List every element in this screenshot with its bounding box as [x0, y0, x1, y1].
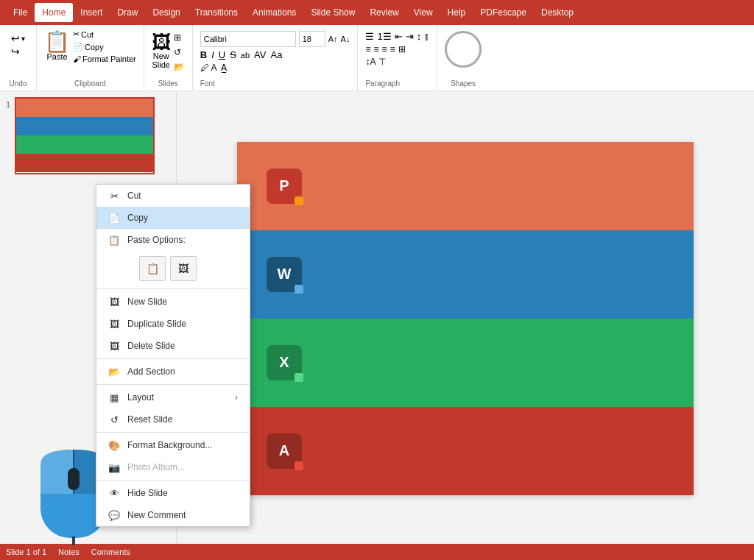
- svg-rect-2: [68, 468, 80, 490]
- ctx-sep-1: [96, 288, 250, 289]
- menu-slideshow[interactable]: Slide Show: [303, 3, 362, 22]
- slide-number: 1: [6, 97, 10, 109]
- word-icon: W: [267, 257, 302, 292]
- ctx-photo-album: 📷 Photo Album...: [96, 456, 250, 478]
- layout-btn[interactable]: ⊞: [174, 32, 185, 43]
- ctx-new-slide-label: New Slide: [127, 297, 167, 307]
- paste-keep-source-btn[interactable]: 📋: [139, 256, 166, 281]
- menu-desktop[interactable]: Desktop: [534, 3, 581, 22]
- font-section: A↑ A↓ B I U S ab AV Aa 🖊 A A̲ Font: [193, 25, 359, 91]
- copy-icon: 📄: [108, 212, 120, 224]
- ctx-delete-slide[interactable]: 🖼 Delete Slide: [96, 335, 250, 357]
- format-painter-btn[interactable]: 🖌Format Painter: [73, 54, 136, 63]
- menu-insert[interactable]: Insert: [73, 3, 110, 22]
- menu-design[interactable]: Design: [145, 3, 187, 22]
- paste-options-buttons: 📋 🖼: [108, 253, 208, 286]
- comments-btn[interactable]: Comments: [91, 547, 130, 556]
- justify-btn[interactable]: ≡: [390, 44, 395, 54]
- menu-home[interactable]: Home: [35, 3, 73, 22]
- bullets-btn[interactable]: ☰: [365, 31, 374, 42]
- ctx-sep-3: [96, 384, 250, 385]
- ctx-reset-label: Reset Slide: [127, 414, 172, 425]
- align-right-btn[interactable]: ≡: [381, 44, 387, 54]
- bold-btn[interactable]: B: [200, 49, 207, 60]
- redo-btn[interactable]: ↪: [11, 46, 25, 57]
- paste-picture-btn[interactable]: 🖼: [170, 256, 197, 281]
- cut-icon: ✂: [108, 190, 120, 202]
- ctx-paste-options: 📋 Paste Options: 📋 🖼: [96, 229, 250, 287]
- copy-btn[interactable]: 📄Copy: [73, 42, 136, 52]
- ctx-layout-label: Layout: [127, 392, 154, 403]
- section-btn[interactable]: 📂: [174, 62, 185, 72]
- notes-btn[interactable]: Notes: [58, 547, 80, 556]
- italic-btn[interactable]: I: [211, 49, 214, 60]
- indent-more-btn[interactable]: ⇥: [406, 31, 414, 42]
- menu-draw[interactable]: Draw: [110, 3, 145, 22]
- menu-review[interactable]: Review: [362, 3, 406, 22]
- reset-icon: ↺: [108, 414, 120, 425]
- slide-row-1: 1: [6, 97, 170, 174]
- ctx-duplicate-slide[interactable]: 🖼 Duplicate Slide: [96, 313, 250, 335]
- reset-btn[interactable]: ↺: [174, 47, 185, 57]
- undo-btn[interactable]: ↩▾: [11, 32, 25, 44]
- shapes-label: Shapes: [451, 79, 476, 91]
- font-size-input[interactable]: [299, 31, 325, 47]
- slide-thumbnail[interactable]: [15, 97, 155, 174]
- format-bg-icon: 🎨: [108, 439, 120, 451]
- align-left-btn[interactable]: ≡: [365, 44, 370, 54]
- photo-icon: 📷: [108, 461, 120, 473]
- ctx-new-slide[interactable]: 🖼 New Slide: [96, 291, 250, 313]
- numbering-btn[interactable]: 1☰: [377, 31, 391, 42]
- menu-file[interactable]: File: [6, 3, 35, 22]
- ctx-cut[interactable]: ✂ Cut: [96, 185, 250, 207]
- font-shrink-btn[interactable]: A↓: [341, 35, 350, 43]
- char-spacing-btn[interactable]: AV: [254, 49, 266, 60]
- text-align-btn[interactable]: ⊤: [378, 57, 386, 67]
- new-slide-btn[interactable]: 🖼 NewSlide: [152, 32, 171, 69]
- ctx-hide-slide[interactable]: 👁 Hide Slide: [96, 482, 250, 504]
- font-color-btn[interactable]: A̲: [221, 63, 227, 73]
- font-grow-btn[interactable]: A↑: [328, 35, 338, 43]
- ctx-paste-label: Paste Options:: [127, 235, 186, 245]
- line-spacing-btn[interactable]: ↕: [417, 31, 422, 42]
- menu-help[interactable]: Help: [440, 3, 473, 22]
- align-center-btn[interactable]: ≡: [373, 44, 378, 54]
- ctx-sep-2: [96, 358, 250, 359]
- thumb-stripe-4: [16, 154, 153, 172]
- paste-btn[interactable]: 📋 Paste: [44, 32, 70, 61]
- shadow-btn[interactable]: ab: [241, 51, 250, 60]
- ribbon-undo-section: ↩▾ ↪ Undo: [0, 25, 37, 91]
- ctx-new-comment[interactable]: 💬 New Comment: [96, 504, 250, 526]
- shapes-btn[interactable]: [445, 31, 482, 68]
- clipboard-section: 📋 Paste ✂Cut 📄Copy 🖌Format Painter Clipb…: [37, 25, 144, 91]
- menu-view[interactable]: View: [406, 3, 440, 22]
- underline-btn[interactable]: U: [219, 49, 225, 60]
- columns-btn[interactable]: ⫿: [424, 31, 429, 42]
- undo-label: Undo: [10, 79, 27, 91]
- ctx-reset-slide[interactable]: ↺ Reset Slide: [96, 408, 250, 430]
- clipboard-label: Clipboard: [74, 79, 106, 91]
- status-bar: Slide 1 of 1 Notes Comments: [0, 544, 754, 560]
- undo-redo-group: ↩▾ ↪: [11, 32, 25, 57]
- highlight-btn[interactable]: 🖊 A: [200, 63, 217, 73]
- strikethrough-btn[interactable]: S: [230, 49, 236, 60]
- menu-transitions[interactable]: Transitions: [188, 3, 245, 22]
- layout-icon: ▦: [108, 391, 120, 403]
- section-icon: 📂: [108, 366, 120, 378]
- indent-less-btn[interactable]: ⇤: [395, 31, 403, 42]
- menu-animations[interactable]: Animations: [245, 3, 303, 22]
- context-menu: ✂ Cut 📄 Copy 📋 Paste Options: 📋 🖼: [96, 184, 250, 527]
- slides-section: 🖼 NewSlide ⊞ ↺ 📂 Slides: [144, 25, 193, 91]
- hide-icon: 👁: [108, 487, 120, 499]
- ctx-copy[interactable]: 📄 Copy: [96, 207, 250, 229]
- case-btn[interactable]: Aa: [270, 49, 282, 60]
- ctx-format-bg[interactable]: 🎨 Format Background...: [96, 434, 250, 456]
- ctx-layout[interactable]: ▦ Layout ›: [96, 386, 250, 408]
- smartart-btn[interactable]: ⊞: [398, 44, 406, 54]
- font-name-input[interactable]: [200, 31, 296, 47]
- ctx-add-section[interactable]: 📂 Add Section: [96, 361, 250, 383]
- text-direction-btn[interactable]: ↕A: [365, 57, 376, 67]
- menu-pdfescape[interactable]: PDFescape: [473, 3, 534, 22]
- cut-btn[interactable]: ✂Cut: [73, 29, 136, 39]
- menu-bar: File Home Insert Draw Design Transitions…: [0, 0, 754, 25]
